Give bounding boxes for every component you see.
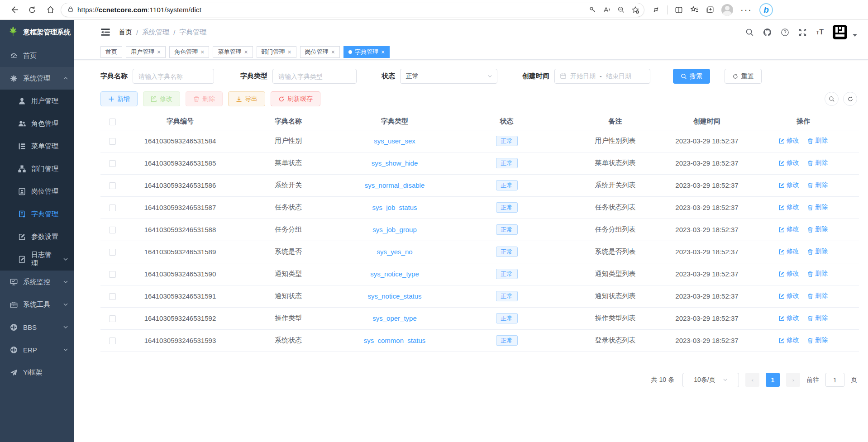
tab-角色管理[interactable]: 角色管理× — [169, 46, 209, 58]
prev-page-button[interactable]: ‹ — [745, 373, 759, 387]
dict-type-link[interactable]: sys_show_hide — [372, 159, 418, 167]
row-delete-link[interactable]: 删除 — [807, 314, 828, 322]
row-delete-link[interactable]: 删除 — [807, 247, 828, 256]
select-all-checkbox[interactable] — [109, 119, 116, 125]
dict-type-link[interactable]: sys_yes_no — [377, 248, 412, 256]
page-size-select[interactable]: 10条/页 — [682, 373, 739, 387]
row-delete-link[interactable]: 删除 — [807, 225, 828, 233]
tab-菜单管理[interactable]: 菜单管理× — [213, 46, 253, 58]
sidebar-item-erp[interactable]: ERP — [0, 338, 74, 361]
browser-menu-icon[interactable]: ··· — [740, 5, 752, 15]
user-avatar[interactable] — [833, 25, 847, 39]
row-checkbox[interactable] — [109, 138, 116, 145]
row-checkbox[interactable] — [109, 315, 116, 322]
browser-back-icon[interactable] — [6, 2, 22, 18]
password-key-icon[interactable] — [589, 6, 596, 14]
browser-home-icon[interactable] — [43, 2, 58, 18]
dict-type-link[interactable]: sys_user_sex — [374, 137, 415, 145]
zoom-out-icon[interactable] — [617, 6, 625, 14]
row-edit-link[interactable]: 修改 — [779, 181, 799, 189]
row-delete-link[interactable]: 删除 — [807, 203, 828, 211]
row-checkbox[interactable] — [109, 337, 116, 344]
github-icon[interactable] — [763, 28, 772, 37]
tab-close-icon[interactable]: × — [331, 49, 335, 55]
tab-岗位管理[interactable]: 岗位管理× — [300, 46, 340, 58]
tab-close-icon[interactable]: × — [157, 49, 161, 55]
row-checkbox[interactable] — [109, 249, 116, 256]
dict-name-input[interactable] — [133, 69, 214, 84]
dict-type-link[interactable]: sys_job_status — [372, 204, 417, 211]
row-delete-link[interactable]: 删除 — [807, 336, 828, 344]
tab-close-icon[interactable]: × — [244, 49, 248, 55]
tab-close-icon[interactable]: × — [381, 49, 385, 55]
address-bar[interactable]: https://ccnetcore.com:1101/system/dict — [61, 3, 644, 17]
date-range-picker[interactable]: 开始日期 - 结束日期 — [554, 69, 650, 84]
sidebar-item-param[interactable]: 参数设置 — [0, 225, 74, 248]
sidebar-item-role[interactable]: 角色管理 — [0, 112, 74, 135]
sidebar-item-home[interactable]: 首页 — [0, 44, 74, 67]
tab-close-icon[interactable]: × — [200, 49, 204, 55]
tab-close-icon[interactable]: × — [288, 49, 291, 55]
show-search-toggle-icon[interactable] — [825, 92, 839, 106]
dict-type-link[interactable]: sys_notice_type — [370, 270, 419, 278]
row-checkbox[interactable] — [109, 182, 116, 189]
sidebar-item-dept[interactable]: 部门管理 — [0, 157, 74, 180]
font-size-icon[interactable]: TT — [816, 28, 824, 36]
sidebar-item-dict[interactable]: 字典管理 — [0, 203, 74, 225]
collapse-sidebar-icon[interactable] — [100, 27, 110, 37]
browser-essentials-icon[interactable] — [652, 6, 660, 14]
goto-page-input[interactable] — [825, 373, 844, 387]
dict-type-link[interactable]: sys_common_status — [364, 337, 426, 344]
current-page-button[interactable]: 1 — [766, 373, 780, 387]
delete-button[interactable]: 删除 — [186, 91, 223, 106]
dict-type-link[interactable]: sys_job_group — [372, 226, 417, 233]
sidebar-item-post[interactable]: 岗位管理 — [0, 180, 74, 203]
dict-type-link[interactable]: sys_notice_status — [367, 292, 421, 300]
fullscreen-icon[interactable] — [798, 28, 807, 37]
sidebar-item-menu[interactable]: 菜单管理 — [0, 135, 74, 157]
row-checkbox[interactable] — [109, 160, 116, 167]
sidebar-item-bbs[interactable]: BBS — [0, 316, 74, 338]
row-delete-link[interactable]: 删除 — [807, 292, 828, 300]
row-delete-link[interactable]: 删除 — [807, 137, 828, 145]
avatar-caret-icon[interactable] — [853, 34, 857, 37]
collections-icon[interactable] — [706, 6, 714, 14]
browser-refresh-icon[interactable] — [24, 2, 40, 18]
row-edit-link[interactable]: 修改 — [779, 292, 799, 300]
next-page-button[interactable]: › — [786, 373, 800, 387]
search-button[interactable]: 搜索 — [673, 69, 710, 84]
row-delete-link[interactable]: 删除 — [807, 181, 828, 189]
reset-button[interactable]: 重置 — [725, 69, 762, 84]
row-checkbox[interactable] — [109, 204, 116, 211]
row-edit-link[interactable]: 修改 — [779, 270, 799, 278]
row-edit-link[interactable]: 修改 — [779, 203, 799, 211]
split-screen-icon[interactable] — [675, 6, 683, 14]
row-edit-link[interactable]: 修改 — [779, 247, 799, 256]
sidebar-item-system[interactable]: 系统管理 — [0, 67, 74, 90]
row-edit-link[interactable]: 修改 — [779, 137, 799, 145]
row-edit-link[interactable]: 修改 — [779, 225, 799, 233]
breadcrumb-item[interactable]: 首页 — [119, 28, 132, 37]
browser-profile-avatar[interactable] — [721, 4, 733, 16]
add-favorite-icon[interactable] — [631, 6, 639, 14]
row-edit-link[interactable]: 修改 — [779, 336, 799, 344]
row-edit-link[interactable]: 修改 — [779, 314, 799, 322]
tab-字典管理[interactable]: 字典管理× — [343, 46, 390, 58]
refresh-cache-button[interactable]: 刷新缓存 — [271, 91, 320, 106]
row-delete-link[interactable]: 删除 — [807, 270, 828, 278]
sidebar-item-tool[interactable]: 系统工具 — [0, 293, 74, 316]
row-checkbox[interactable] — [109, 271, 116, 278]
row-edit-link[interactable]: 修改 — [779, 159, 799, 167]
tab-用户管理[interactable]: 用户管理× — [126, 46, 166, 58]
sidebar-item-user[interactable]: 用户管理 — [0, 90, 74, 112]
header-search-icon[interactable] — [745, 28, 754, 37]
row-checkbox[interactable] — [109, 293, 116, 300]
bing-chat-icon[interactable]: b — [759, 3, 773, 17]
dict-type-input[interactable] — [272, 69, 357, 84]
sidebar-item-yi[interactable]: Yi框架 — [0, 361, 74, 384]
edit-button[interactable]: 修改 — [143, 91, 180, 106]
read-aloud-icon[interactable] — [603, 6, 611, 14]
dict-type-link[interactable]: sys_oper_type — [372, 314, 417, 322]
status-select[interactable]: 正常 — [400, 69, 497, 84]
export-button[interactable]: 导出 — [228, 91, 265, 106]
